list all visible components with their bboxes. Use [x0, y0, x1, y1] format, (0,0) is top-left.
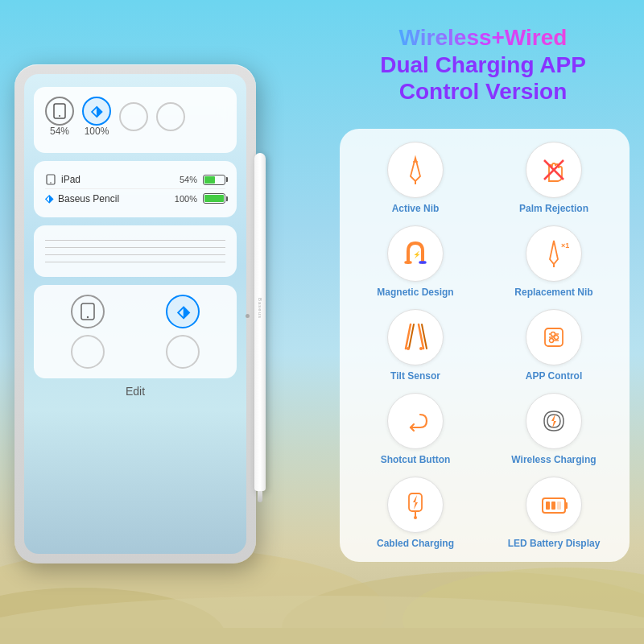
ipad-screen: 54% ⬗ 100% — [24, 74, 246, 554]
wireless-charging-icon — [536, 403, 572, 439]
stylus-body: Baseus — [254, 153, 266, 491]
svg-rect-31 — [409, 493, 422, 511]
feature-palm-rejection: Palm Rejection — [488, 142, 620, 214]
circle-icon-1 — [119, 102, 148, 131]
led-battery-icon-circle — [526, 477, 582, 533]
screen-content: 54% ⬗ 100% — [24, 74, 246, 554]
app-control-icon-circle — [526, 309, 582, 365]
feature-wireless-charging: Wireless Charging — [488, 393, 620, 465]
svg-marker-14 — [550, 241, 558, 264]
feature-magnetic-design: ⚡ Magnetic Design — [349, 225, 481, 298]
ipad-battery-value: 54% — [180, 175, 197, 184]
pencil-label: Baseus Pencil — [58, 193, 119, 204]
ipad-battery-indicator — [203, 175, 225, 185]
active-nib-icon — [399, 154, 431, 186]
battery-widget: iPad 54% ⬗ Baseus Pencil — [34, 161, 237, 217]
edit-label[interactable]: Edit — [34, 385, 237, 398]
replacement-nib-label: Replacement Nib — [514, 287, 592, 298]
svg-point-41 — [59, 115, 60, 117]
svg-text:⚡: ⚡ — [413, 250, 421, 258]
palm-rejection-icon — [536, 152, 572, 188]
bottom-bluetooth-icon: ⬗ — [166, 295, 200, 328]
svg-marker-34 — [413, 495, 418, 510]
pencil-battery-bar: 100% — [175, 193, 225, 204]
circle-icon-2 — [156, 102, 185, 131]
camera-dot — [246, 314, 250, 318]
title-line2: Dual Charging APP — [346, 52, 620, 79]
feature-cabled-charging: Cabled Charging — [349, 477, 481, 549]
tilt-sensor-icon-circle — [387, 309, 444, 365]
svg-marker-30 — [551, 414, 556, 428]
pencil-battery-value: 100% — [175, 194, 197, 204]
title-line1: Wireless+Wired — [346, 24, 620, 52]
ipad-label: iPad — [61, 174, 80, 185]
wireless-charging-label: Wireless Charging — [511, 454, 596, 465]
magnetic-design-label: Magnetic Design — [377, 287, 453, 298]
active-nib-icon-circle — [387, 142, 444, 198]
feature-replacement-nib: ×1 Replacement Nib — [488, 225, 620, 298]
magnetic-design-icon-circle: ⚡ — [387, 225, 444, 282]
svg-rect-39 — [557, 502, 561, 510]
svg-point-29 — [550, 339, 554, 343]
svg-rect-36 — [565, 502, 568, 509]
ipad-icon — [45, 97, 74, 126]
bluetooth-pct: 100% — [82, 126, 111, 137]
feature-app-control: APP Control — [488, 309, 620, 382]
ipad-battery-bar: 54% — [180, 175, 225, 185]
feature-tilt-sensor: Tilt Sensor — [349, 309, 481, 382]
ipad-body: 54% ⬗ 100% — [14, 64, 256, 564]
stylus-tip — [258, 491, 262, 502]
widget-top-icons: 54% ⬗ 100% — [45, 97, 225, 137]
bottom-circle-3 — [71, 335, 105, 369]
led-battery-icon — [536, 487, 572, 522]
stylus-brand-label: Baseus — [258, 298, 262, 319]
line-rule-2 — [45, 247, 225, 248]
cabled-charging-icon-circle — [387, 477, 444, 533]
feature-active-nib: Active Nib — [349, 142, 481, 214]
feature-led-battery: LED Battery Display — [488, 477, 620, 549]
cabled-charging-icon — [398, 487, 433, 522]
active-nib-label: Active Nib — [392, 203, 440, 214]
app-control-label: APP Control — [526, 370, 582, 382]
svg-text:×1: ×1 — [561, 242, 569, 250]
feature-shortcut-button: Shotcut Button — [349, 393, 481, 465]
line-rule-4 — [45, 262, 225, 262]
svg-rect-37 — [546, 502, 550, 510]
shortcut-button-icon — [398, 403, 433, 439]
pencil-battery-indicator — [203, 193, 225, 204]
svg-point-33 — [414, 516, 417, 519]
ipad-battery-pct: 54% — [45, 126, 74, 137]
cabled-charging-label: Cabled Charging — [377, 538, 454, 549]
pencil-battery-row: ⬗ Baseus Pencil 100% — [45, 189, 225, 208]
svg-rect-38 — [551, 502, 555, 510]
svg-point-21 — [407, 347, 410, 350]
led-battery-label: LED Battery Display — [508, 538, 601, 549]
ipad-mini-icon — [45, 174, 56, 185]
bottom-circle-4 — [166, 335, 200, 369]
pencil-battery-fill — [204, 195, 224, 202]
bluetooth-icon: ⬗ — [82, 97, 111, 126]
features-card: Active Nib Palm Rejection ⚡ — [340, 129, 630, 562]
top-widget: 54% ⬗ 100% — [34, 87, 237, 153]
shortcut-button-label: Shotcut Button — [381, 454, 451, 465]
line-rule-3 — [45, 254, 225, 255]
stylus: Baseus — [253, 145, 267, 499]
replacement-nib-icon-circle: ×1 — [526, 225, 582, 282]
shortcut-button-icon-circle — [387, 393, 444, 449]
magnetic-design-icon: ⚡ — [398, 237, 432, 270]
replacement-nib-icon: ×1 — [537, 237, 571, 270]
svg-point-45 — [87, 316, 89, 318]
app-control-icon — [537, 320, 571, 354]
svg-point-43 — [50, 182, 52, 184]
svg-point-28 — [555, 336, 559, 340]
bottom-ipad-icon — [71, 295, 105, 328]
palm-rejection-icon-circle — [526, 142, 582, 198]
ipad-battery-row: iPad 54% — [45, 171, 225, 189]
title-line3: Control Version — [346, 78, 620, 105]
wireless-charging-icon-circle — [526, 393, 582, 449]
tilt-sensor-label: Tilt Sensor — [390, 370, 440, 382]
bottom-widget: ⬗ — [34, 285, 237, 378]
title-area: Wireless+Wired Dual Charging APP Control… — [346, 24, 620, 105]
tilt-sensor-icon — [398, 320, 433, 355]
lines-widget — [34, 225, 237, 277]
